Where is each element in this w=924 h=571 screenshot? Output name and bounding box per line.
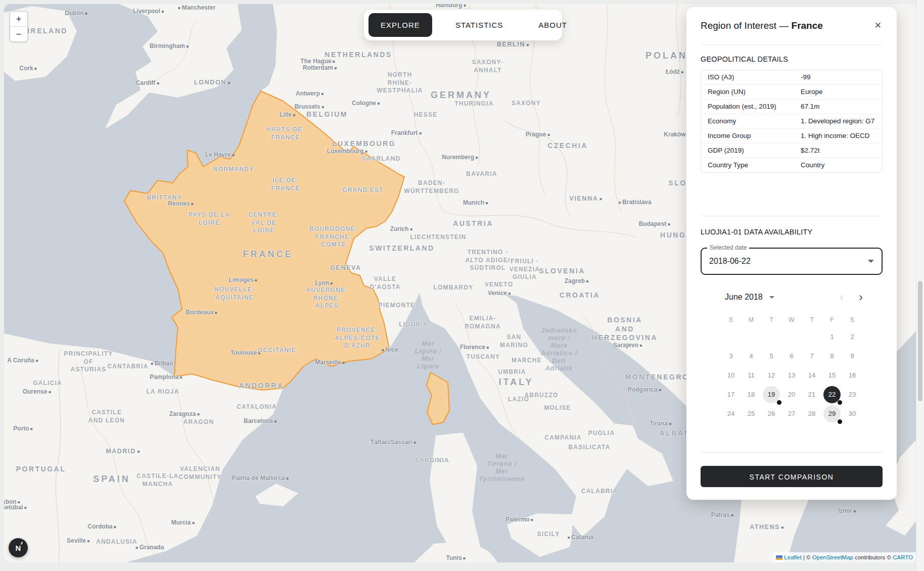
calendar-day-24[interactable]: 24 [722,405,740,422]
weekday-header: S [842,312,862,327]
availability-section-title: LUOJIA1-01 DATA AVAILABILITY [701,228,883,236]
calendar-day-30[interactable]: 30 [844,405,861,422]
selected-date-select[interactable]: Selected date 2018-06-22 [701,248,883,275]
geo-details-table: ISO (A3)-99Region (UN)EuropePopulation (… [701,70,883,173]
calendar-day-19[interactable]: 19 [763,386,780,403]
landmass-sicily [507,513,574,557]
map-zoom-control: + − [10,11,28,42]
data-available-dot [838,400,842,405]
calendar-day-29[interactable]: 29 [823,405,841,422]
calendar-day-2[interactable]: 2 [844,328,861,346]
landmass-africa [414,541,498,562]
weekday-header: S [721,312,741,327]
detail-label: GDP (2019) [701,144,801,158]
compass-n-label: N [16,544,21,552]
close-icon[interactable]: ✕ [873,19,883,32]
zoom-out-button[interactable]: − [10,27,27,41]
detail-value: Europe [801,85,882,99]
calendar-day-15[interactable]: 15 [823,367,841,384]
calendar-day-14[interactable]: 14 [803,367,820,384]
detail-value: 67.1m [801,100,882,114]
divider [701,44,883,45]
ukraine-flag-icon [776,555,782,560]
detail-label: ISO (A3) [701,70,801,84]
calendar-day-16[interactable]: 16 [844,367,861,384]
calendar-day-4[interactable]: 4 [743,348,760,365]
calendar-grid: SMTWTFS123456789101112131415161718192021… [721,312,868,423]
detail-label: Country Type [701,158,801,172]
calendar-day-3[interactable]: 3 [722,348,740,365]
detail-value: Country [801,158,882,172]
calendar-day-21[interactable]: 21 [803,386,820,403]
panel-title: Region of Interest — France [701,19,823,32]
tab-about[interactable]: ABOUT [526,13,579,37]
carto-link[interactable]: CARTO [893,554,913,560]
osm-link[interactable]: OpenStreetMap [812,554,853,560]
calendar-day-6[interactable]: 6 [783,348,800,365]
attribution-copy: © [806,554,810,560]
landmass-sardinia [430,433,480,556]
detail-label: Income Group [701,129,801,143]
leaflet-link[interactable]: Leaflet [784,554,802,560]
landmass-britain [105,4,242,129]
calendar-day-28[interactable]: 28 [803,405,820,422]
divider [701,452,883,453]
calendar-day-11[interactable]: 11 [743,367,760,384]
panel-title-country: France [792,20,823,31]
map-attribution: Leaflet | © OpenStreetMap contributors ©… [772,552,916,562]
top-nav: EXPLORESTATISTICSABOUT [364,10,562,40]
calendar-day-18[interactable]: 18 [743,386,760,403]
calendar-day-17[interactable]: 17 [722,386,740,403]
tab-explore[interactable]: EXPLORE [368,13,432,37]
attribution-contributors: contributors © [855,554,891,560]
app-logo-button[interactable]: N [9,538,28,557]
geo-section-title: GEOPOLITICAL DETAILS [701,55,883,63]
calendar-day-23[interactable]: 23 [844,386,861,403]
calendar-day-5[interactable]: 5 [763,348,780,365]
detail-value: -99 [801,70,882,84]
detail-row: Population (est., 2019)67.1m [701,99,882,114]
weekday-header: M [741,312,761,327]
page-scrollbar-track[interactable] [916,0,924,571]
selected-date-label: Selected date [707,244,749,251]
calendar-day-9[interactable]: 9 [844,348,861,365]
region-panel: Region of Interest — France ✕ GEOPOLITIC… [686,7,897,500]
calendar-day-10[interactable]: 10 [722,367,740,384]
chevron-down-icon [868,260,874,263]
detail-label: Region (UN) [701,85,801,99]
detail-row: Economy1. Developed region: G7 [701,114,882,128]
calendar-next-icon[interactable]: › [853,290,868,305]
detail-row: Income Group1. High income: OECD [701,128,882,143]
detail-label: Population (est., 2019) [701,100,801,114]
weekday-header: F [822,312,842,327]
detail-value: $2.72t [801,144,882,158]
divider [701,216,883,216]
calendar-day-13[interactable]: 13 [783,367,800,384]
calendar-day-27[interactable]: 27 [783,405,800,422]
calendar-day-22[interactable]: 22 [823,386,841,403]
calendar-day-8[interactable]: 8 [823,348,841,365]
calendar-day-1[interactable]: 1 [823,328,841,346]
detail-row: ISO (A3)-99 [701,70,882,84]
calendar-day-7[interactable]: 7 [803,348,820,365]
start-comparison-button[interactable]: START COMPARISON [701,466,883,487]
calendar-month-label: June 2018 [725,293,763,302]
weekday-header: W [781,312,802,327]
calendar-month-dropdown-icon[interactable] [769,296,774,299]
tab-statistics[interactable]: STATISTICS [443,13,515,37]
calendar: June 2018 ‹ › SMTWTFS1234567891011121314… [721,289,868,423]
compass-tick-icon [21,542,23,545]
data-available-dot [777,400,781,405]
calendar-day-25[interactable]: 25 [743,405,760,422]
detail-label: Economy [701,114,801,128]
calendar-day-12[interactable]: 12 [763,367,780,384]
zoom-in-button[interactable]: + [10,12,27,27]
page-scrollbar-thumb[interactable] [918,281,922,401]
calendar-day-20[interactable]: 20 [783,386,800,403]
detail-row: GDP (2019)$2.72t [701,143,882,158]
calendar-prev-icon[interactable]: ‹ [834,290,849,305]
weekday-header: T [802,312,822,327]
landmass-mallorca [255,484,298,506]
selected-date-value: 2018-06-22 [702,257,868,266]
calendar-day-26[interactable]: 26 [763,405,780,422]
